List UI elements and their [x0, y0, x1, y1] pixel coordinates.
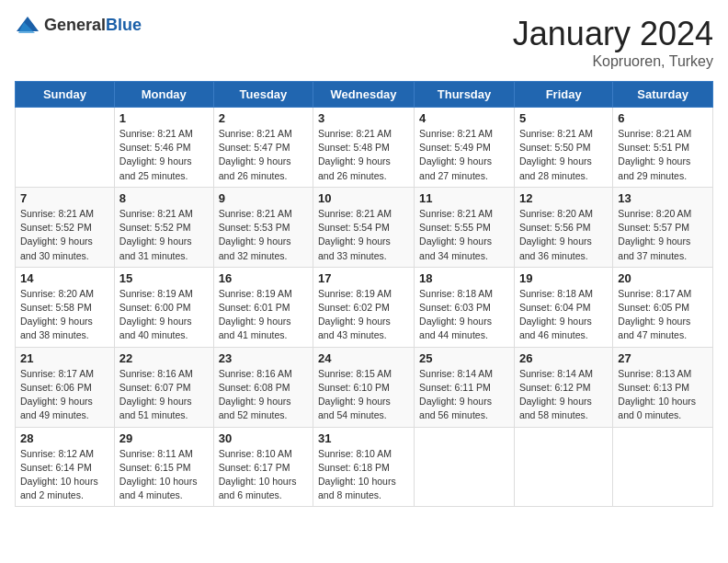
calendar-header: SundayMondayTuesdayWednesdayThursdayFrid…: [16, 82, 713, 108]
calendar-cell: 20Sunrise: 8:17 AMSunset: 6:05 PMDayligh…: [613, 267, 713, 347]
calendar-cell: 21Sunrise: 8:17 AMSunset: 6:06 PMDayligh…: [16, 347, 115, 427]
day-number: 13: [618, 191, 708, 205]
calendar-cell: 13Sunrise: 8:20 AMSunset: 5:57 PMDayligh…: [613, 187, 713, 267]
day-info: Sunrise: 8:21 AMSunset: 5:46 PMDaylight:…: [119, 127, 209, 183]
day-info: Sunrise: 8:21 AMSunset: 5:55 PMDaylight:…: [419, 207, 509, 263]
calendar-cell: 28Sunrise: 8:12 AMSunset: 6:14 PMDayligh…: [16, 427, 115, 507]
calendar-cell: 2Sunrise: 8:21 AMSunset: 5:47 PMDaylight…: [213, 108, 313, 188]
day-number: 29: [119, 431, 209, 445]
logo-icon: [15, 15, 40, 35]
day-number: 7: [20, 191, 109, 205]
calendar-body: 1Sunrise: 8:21 AMSunset: 5:46 PMDaylight…: [16, 108, 713, 507]
day-number: 24: [318, 351, 409, 365]
day-number: 17: [318, 271, 409, 285]
calendar-cell: 10Sunrise: 8:21 AMSunset: 5:54 PMDayligh…: [313, 187, 415, 267]
day-info: Sunrise: 8:12 AMSunset: 6:14 PMDaylight:…: [20, 447, 109, 503]
day-info: Sunrise: 8:21 AMSunset: 5:52 PMDaylight:…: [119, 207, 209, 263]
calendar-cell: 22Sunrise: 8:16 AMSunset: 6:07 PMDayligh…: [114, 347, 213, 427]
day-number: 28: [20, 431, 109, 445]
day-info: Sunrise: 8:17 AMSunset: 6:06 PMDaylight:…: [20, 367, 109, 423]
day-number: 23: [219, 351, 308, 365]
calendar-week-row: 21Sunrise: 8:17 AMSunset: 6:06 PMDayligh…: [16, 347, 713, 427]
calendar-week-row: 14Sunrise: 8:20 AMSunset: 5:58 PMDayligh…: [16, 267, 713, 347]
calendar-cell: 1Sunrise: 8:21 AMSunset: 5:46 PMDaylight…: [114, 108, 213, 188]
calendar-week-row: 28Sunrise: 8:12 AMSunset: 6:14 PMDayligh…: [16, 427, 713, 507]
day-info: Sunrise: 8:21 AMSunset: 5:47 PMDaylight:…: [219, 127, 308, 183]
logo-text-blue: Blue: [106, 16, 142, 34]
day-info: Sunrise: 8:21 AMSunset: 5:53 PMDaylight:…: [219, 207, 308, 263]
day-info: Sunrise: 8:11 AMSunset: 6:15 PMDaylight:…: [119, 447, 209, 503]
day-of-week-header: Thursday: [415, 82, 515, 108]
day-number: 8: [119, 191, 209, 205]
calendar-cell: 30Sunrise: 8:10 AMSunset: 6:17 PMDayligh…: [213, 427, 313, 507]
day-number: 6: [618, 111, 708, 125]
day-of-week-header: Wednesday: [313, 82, 415, 108]
day-number: 25: [419, 351, 509, 365]
day-number: 10: [318, 191, 409, 205]
calendar-cell: 25Sunrise: 8:14 AMSunset: 6:11 PMDayligh…: [415, 347, 515, 427]
day-info: Sunrise: 8:16 AMSunset: 6:07 PMDaylight:…: [119, 367, 209, 423]
calendar-cell: 23Sunrise: 8:16 AMSunset: 6:08 PMDayligh…: [213, 347, 313, 427]
calendar-cell: 5Sunrise: 8:21 AMSunset: 5:50 PMDaylight…: [514, 108, 612, 188]
logo-text-general: General: [44, 16, 106, 34]
calendar-cell: 4Sunrise: 8:21 AMSunset: 5:49 PMDaylight…: [415, 108, 515, 188]
day-info: Sunrise: 8:15 AMSunset: 6:10 PMDaylight:…: [318, 367, 409, 423]
day-number: 9: [219, 191, 308, 205]
day-info: Sunrise: 8:21 AMSunset: 5:51 PMDaylight:…: [618, 127, 708, 183]
calendar-cell: 7Sunrise: 8:21 AMSunset: 5:52 PMDaylight…: [16, 187, 115, 267]
day-info: Sunrise: 8:21 AMSunset: 5:49 PMDaylight:…: [419, 127, 509, 183]
day-number: 14: [20, 271, 109, 285]
day-number: 1: [119, 111, 209, 125]
day-info: Sunrise: 8:16 AMSunset: 6:08 PMDaylight:…: [219, 367, 308, 423]
day-info: Sunrise: 8:14 AMSunset: 6:11 PMDaylight:…: [419, 367, 509, 423]
day-number: 11: [419, 191, 509, 205]
day-of-week-header: Friday: [514, 82, 612, 108]
day-info: Sunrise: 8:18 AMSunset: 6:03 PMDaylight:…: [419, 287, 509, 343]
calendar-cell: [613, 427, 713, 507]
day-info: Sunrise: 8:18 AMSunset: 6:04 PMDaylight:…: [519, 287, 608, 343]
days-of-week-row: SundayMondayTuesdayWednesdayThursdayFrid…: [16, 82, 713, 108]
calendar-cell: 27Sunrise: 8:13 AMSunset: 6:13 PMDayligh…: [613, 347, 713, 427]
calendar-cell: 12Sunrise: 8:20 AMSunset: 5:56 PMDayligh…: [514, 187, 612, 267]
calendar-week-row: 7Sunrise: 8:21 AMSunset: 5:52 PMDaylight…: [16, 187, 713, 267]
calendar-cell: 26Sunrise: 8:14 AMSunset: 6:12 PMDayligh…: [514, 347, 612, 427]
day-info: Sunrise: 8:21 AMSunset: 5:54 PMDaylight:…: [318, 207, 409, 263]
day-number: 31: [318, 431, 409, 445]
day-of-week-header: Sunday: [16, 82, 115, 108]
day-number: 3: [318, 111, 409, 125]
page-header: GeneralBlue January 2024 Kopruoren, Turk…: [15, 15, 713, 70]
calendar-cell: 16Sunrise: 8:19 AMSunset: 6:01 PMDayligh…: [213, 267, 313, 347]
day-number: 16: [219, 271, 308, 285]
day-number: 30: [219, 431, 308, 445]
calendar-cell: 17Sunrise: 8:19 AMSunset: 6:02 PMDayligh…: [313, 267, 415, 347]
logo: GeneralBlue: [15, 15, 142, 35]
day-number: 18: [419, 271, 509, 285]
calendar-cell: 18Sunrise: 8:18 AMSunset: 6:03 PMDayligh…: [415, 267, 515, 347]
calendar-cell: 9Sunrise: 8:21 AMSunset: 5:53 PMDaylight…: [213, 187, 313, 267]
day-info: Sunrise: 8:21 AMSunset: 5:48 PMDaylight:…: [318, 127, 409, 183]
day-info: Sunrise: 8:14 AMSunset: 6:12 PMDaylight:…: [519, 367, 608, 423]
calendar-cell: 24Sunrise: 8:15 AMSunset: 6:10 PMDayligh…: [313, 347, 415, 427]
calendar-cell: 6Sunrise: 8:21 AMSunset: 5:51 PMDaylight…: [613, 108, 713, 188]
month-title: January 2024: [513, 15, 713, 53]
day-number: 12: [519, 191, 608, 205]
day-number: 20: [618, 271, 708, 285]
calendar-cell: [514, 427, 612, 507]
day-number: 2: [219, 111, 308, 125]
calendar-table: SundayMondayTuesdayWednesdayThursdayFrid…: [15, 81, 713, 507]
calendar-cell: [16, 108, 115, 188]
day-number: 26: [519, 351, 608, 365]
calendar-cell: 3Sunrise: 8:21 AMSunset: 5:48 PMDaylight…: [313, 108, 415, 188]
day-info: Sunrise: 8:20 AMSunset: 5:57 PMDaylight:…: [618, 207, 708, 263]
location-title: Kopruoren, Turkey: [513, 53, 713, 70]
day-info: Sunrise: 8:19 AMSunset: 6:02 PMDaylight:…: [318, 287, 409, 343]
calendar-cell: 11Sunrise: 8:21 AMSunset: 5:55 PMDayligh…: [415, 187, 515, 267]
calendar-cell: 19Sunrise: 8:18 AMSunset: 6:04 PMDayligh…: [514, 267, 612, 347]
day-number: 15: [119, 271, 209, 285]
calendar-cell: 14Sunrise: 8:20 AMSunset: 5:58 PMDayligh…: [16, 267, 115, 347]
calendar-cell: 15Sunrise: 8:19 AMSunset: 6:00 PMDayligh…: [114, 267, 213, 347]
day-info: Sunrise: 8:17 AMSunset: 6:05 PMDaylight:…: [618, 287, 708, 343]
day-info: Sunrise: 8:21 AMSunset: 5:52 PMDaylight:…: [20, 207, 109, 263]
calendar-week-row: 1Sunrise: 8:21 AMSunset: 5:46 PMDaylight…: [16, 108, 713, 188]
day-of-week-header: Tuesday: [213, 82, 313, 108]
